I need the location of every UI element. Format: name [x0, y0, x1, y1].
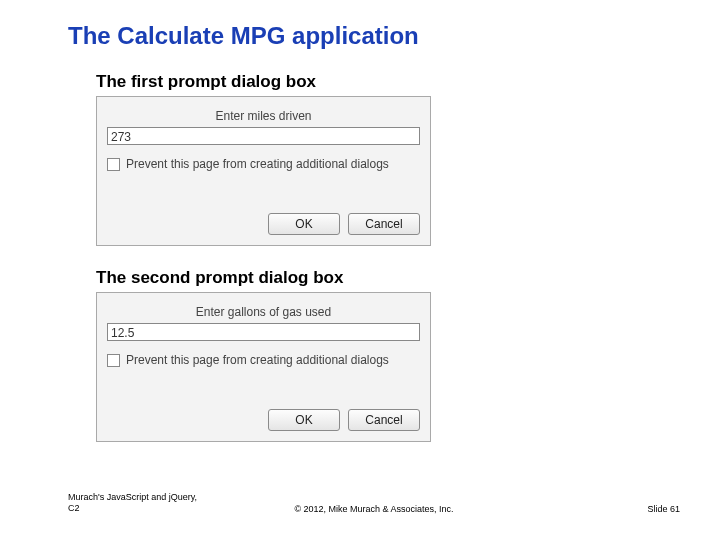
section-heading-second: The second prompt dialog box	[96, 268, 343, 288]
footer-copyright: © 2012, Mike Murach & Associates, Inc.	[68, 504, 680, 514]
prevent-label: Prevent this page from creating addition…	[126, 353, 389, 367]
prevent-checkbox[interactable]	[107, 354, 120, 367]
prevent-label: Prevent this page from creating addition…	[126, 157, 389, 171]
footer-slide-number: Slide 61	[647, 504, 680, 514]
ok-button[interactable]: OK	[268, 409, 340, 431]
cancel-button[interactable]: Cancel	[348, 409, 420, 431]
section-heading-first: The first prompt dialog box	[96, 72, 316, 92]
prompt-input[interactable]: 12.5	[107, 323, 420, 341]
button-row: OK Cancel	[268, 213, 420, 235]
prevent-row: Prevent this page from creating addition…	[107, 353, 389, 367]
prevent-checkbox[interactable]	[107, 158, 120, 171]
prompt-input[interactable]: 273	[107, 127, 420, 145]
prevent-row: Prevent this page from creating addition…	[107, 157, 389, 171]
ok-button[interactable]: OK	[268, 213, 340, 235]
prompt-dialog-2: Enter gallons of gas used 12.5 Prevent t…	[96, 292, 431, 442]
footer-book-line1: Murach's JavaScript and jQuery,	[68, 492, 197, 502]
page-title: The Calculate MPG application	[68, 22, 419, 50]
cancel-button[interactable]: Cancel	[348, 213, 420, 235]
prompt-text: Enter miles driven	[97, 109, 430, 123]
slide: The Calculate MPG application The first …	[0, 0, 720, 540]
button-row: OK Cancel	[268, 409, 420, 431]
prompt-dialog-1: Enter miles driven 273 Prevent this page…	[96, 96, 431, 246]
prompt-text: Enter gallons of gas used	[97, 305, 430, 319]
